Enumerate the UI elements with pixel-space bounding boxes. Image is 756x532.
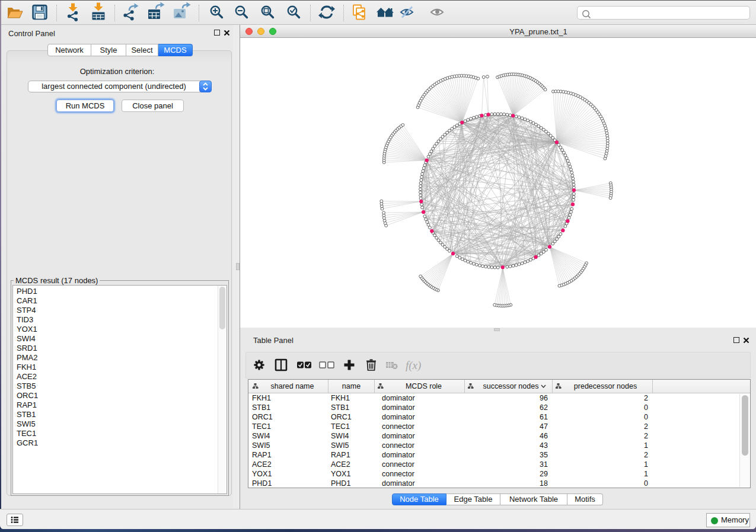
- svg-text:f(x): f(x): [406, 359, 421, 372]
